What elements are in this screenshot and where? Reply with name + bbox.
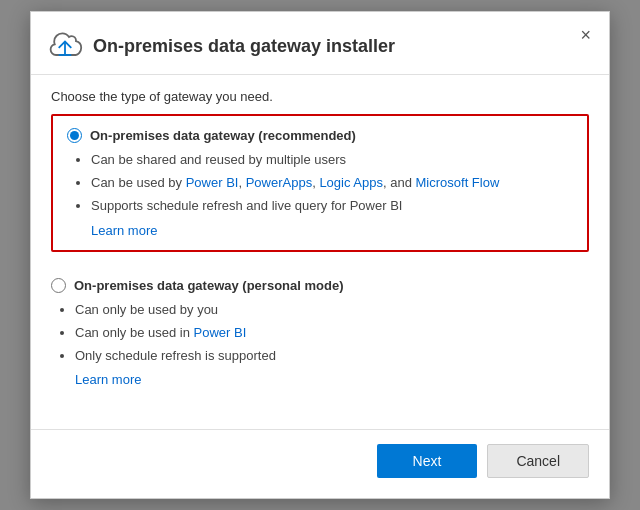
dialog-title: On-premises data gateway installer [93, 36, 395, 57]
next-button[interactable]: Next [377, 444, 478, 478]
title-bar: On-premises data gateway installer × [31, 12, 609, 75]
learn-more-recommended[interactable]: Learn more [91, 223, 157, 238]
option-personal-radio[interactable] [51, 278, 66, 293]
option-recommended-bullets: Can be shared and reused by multiple use… [91, 149, 573, 217]
cancel-button[interactable]: Cancel [487, 444, 589, 478]
cloud-icon [47, 28, 83, 64]
bullet-refresh: Supports schedule refresh and live query… [91, 195, 573, 217]
option-personal-text: On-premises data gateway (personal mode) [74, 278, 343, 293]
bullet-only-powerbi: Can only be used in Power BI [75, 322, 575, 344]
close-button[interactable]: × [574, 24, 597, 46]
option-personal-label[interactable]: On-premises data gateway (personal mode) [51, 278, 575, 293]
learn-more-personal[interactable]: Learn more [75, 372, 141, 387]
option-personal-box: On-premises data gateway (personal mode)… [51, 266, 589, 399]
bullet-apps: Can be used by Power BI, PowerApps, Logi… [91, 172, 573, 194]
option-recommended-text: On-premises data gateway (recommended) [90, 128, 356, 143]
option-personal-bullets: Can only be used by you Can only be used… [75, 299, 575, 367]
powerbi-link2: Power BI [194, 325, 247, 340]
bullet-schedule-only: Only schedule refresh is supported [75, 345, 575, 367]
footer: Next Cancel [31, 429, 609, 498]
bullet-shared: Can be shared and reused by multiple use… [91, 149, 573, 171]
option-recommended-box: On-premises data gateway (recommended) C… [51, 114, 589, 251]
option-recommended-label[interactable]: On-premises data gateway (recommended) [67, 128, 573, 143]
dialog: On-premises data gateway installer × Cho… [30, 11, 610, 499]
logicapps-link: Logic Apps [319, 175, 383, 190]
bullet-only-you: Can only be used by you [75, 299, 575, 321]
powerapps-link: PowerApps [246, 175, 312, 190]
dialog-subtitle: Choose the type of gateway you need. [31, 75, 609, 114]
option-recommended-radio[interactable] [67, 128, 82, 143]
msflow-link: Microsoft Flow [416, 175, 500, 190]
content-area: On-premises data gateway (recommended) C… [31, 114, 609, 429]
powerbi-link1: Power BI [186, 175, 239, 190]
